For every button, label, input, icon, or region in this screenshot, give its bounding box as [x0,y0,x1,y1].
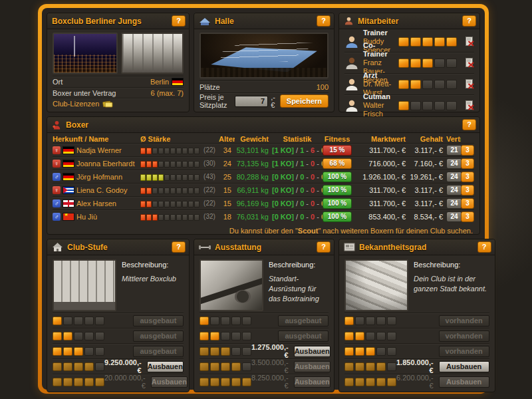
boxer-salary: 3.117,- € [409,200,446,207]
upgrade-price: 1.275.000,- € [251,343,294,359]
extend-contract-button[interactable]: 3 [461,198,474,209]
extend-contract-button[interactable]: 3 [461,185,474,196]
level-square-filled [410,59,421,68]
level-square-empty [387,347,396,356]
dumbbell-icon [199,243,211,251]
level-square-empty [158,214,164,221]
boxer-age: 25 [219,173,235,181]
boxer-record: [0 KO] / 0 - 0 - 0 [272,200,323,207]
description-label: Beschreibung: [122,261,184,269]
bekanntheitsgrad-panel: Bekanntheitsgrad ? Beschreibung: Dein Cl… [338,239,495,392]
boxer-row: ♂ Hu Jiù (32) 18 76,031 kg [0 KO] / 0 - … [53,209,474,223]
level-square-filled [53,362,62,371]
extend-contract-button[interactable]: 3 [461,158,474,169]
boxer-name-link[interactable]: Liena C. Godoy [76,186,127,194]
level-square-filled [63,347,72,356]
upgrade-button[interactable]: Ausbauen [147,361,184,372]
level-square-filled [95,378,104,386]
boxer-salary: 3.117,- € [409,146,446,154]
boxer-name-link[interactable]: Jörg Hofmann [76,173,122,181]
level-square-empty [152,201,158,207]
club-vertrag-row: Boxer unter Vertrag 6 (max. 7) [53,87,184,98]
boxer-salary: 19.261,- € [409,173,446,181]
club-lizenzen-link[interactable]: Club-Lizenzen [53,100,99,108]
level-square-filled [231,362,241,371]
help-button[interactable]: ? [477,241,491,253]
strength-potential: (30) [203,160,215,167]
help-button[interactable]: ? [462,119,476,130]
level-square-filled [446,37,457,47]
level-square-filled [422,59,433,68]
help-button[interactable]: ? [172,15,186,27]
help-button[interactable]: ? [317,15,331,27]
contract-cancel-icon[interactable] [466,100,474,110]
upgrade-button[interactable]: Ausbauen [294,376,331,388]
boxer-name-link[interactable]: Joanna Eberhardt [76,160,134,168]
boxer-name-link[interactable]: Alex Harsen [76,200,116,207]
level-square-empty [182,161,188,168]
level-status-button[interactable]: ausgebaut [278,315,329,327]
contract-cancel-icon[interactable] [466,58,474,68]
upgrade-level-row: ausgebaut [53,328,184,343]
help-button[interactable]: ? [317,241,331,253]
upgrade-button[interactable]: Ausbauen [151,376,188,388]
upgrade-button[interactable]: Ausbauen [439,376,489,388]
level-square-filled [210,332,219,340]
level-status-button[interactable]: ausgebaut [278,331,329,342]
licenses-icon[interactable] [102,100,114,108]
boxer-age: 18 [219,213,235,221]
col-fitness: Fitness [323,135,352,143]
level-status-button[interactable]: ausgebaut [133,315,184,327]
contract-cancel-icon[interactable] [466,37,474,47]
upgrade-level-row: ausgebaut [53,343,184,358]
level-bar [200,317,251,325]
boxer-market-value: 311.700,- € [352,200,409,207]
fitness-badge: 15 % [323,145,352,156]
level-bar [200,362,251,371]
boxer-age: 15 [219,186,235,194]
boxer-row: ♀ Joanna Eberhardt (30) 24 73,135 kg [1 … [53,156,474,170]
boxer-weight: 96,169 kg [235,200,272,207]
level-status-button[interactable]: ausgebaut [133,331,184,342]
help-button[interactable]: ? [172,241,186,253]
flag-china-icon [63,213,74,221]
level-square-empty [446,101,457,110]
level-bar [53,362,104,371]
level-bar [344,332,396,340]
upgrade-button[interactable]: Ausbauen [439,361,489,372]
level-square-filled [152,214,158,221]
hall-photo [200,33,329,78]
level-status-button[interactable]: vorhanden [439,315,489,327]
level-square-empty [194,188,200,194]
extend-contract-button[interactable]: 3 [461,172,474,182]
help-button[interactable]: ? [462,15,476,27]
level-square-empty [446,59,457,68]
boxer-name-link[interactable]: Hu Jiù [76,213,97,221]
upgrade-button[interactable]: Ausbauen [294,346,331,357]
boxer-name-link[interactable]: Nadja Werner [76,146,122,154]
col-gehalt: Gehalt [409,135,446,143]
extend-contract-button[interactable]: 3 [461,211,474,222]
fitness-badge: 100 % [323,211,352,222]
level-status-button[interactable]: ausgebaut [133,346,184,357]
level-square-filled [221,378,230,386]
contract-cancel-icon[interactable] [466,79,474,89]
club-ort-row: Ort Berlin [53,76,184,87]
level-square-empty [182,188,188,194]
save-button[interactable]: Speichern [280,94,329,108]
level-status-button[interactable]: vorhanden [439,331,489,342]
upgrade-price: 8.250.000,- € [251,374,294,390]
level-square-empty [170,188,176,194]
level-square-empty [422,80,433,89]
club-gym-photo [121,33,184,74]
seat-price-input[interactable] [235,96,268,107]
level-status-button[interactable]: vorhanden [439,346,489,357]
extend-contract-button[interactable]: 3 [461,145,474,156]
staff-rating [398,80,457,89]
upgrade-price: 20.000.000,- € [104,374,151,390]
level-square-empty [95,317,104,325]
upgrade-button[interactable]: Ausbauen [294,361,331,372]
upgrade-level-row: 8.250.000,- € Ausbauen [200,374,329,389]
ausstattung-levels: ausgebaut ausgebaut 1.275.000,- € Ausbau… [200,313,329,389]
strength-bar [140,214,200,221]
